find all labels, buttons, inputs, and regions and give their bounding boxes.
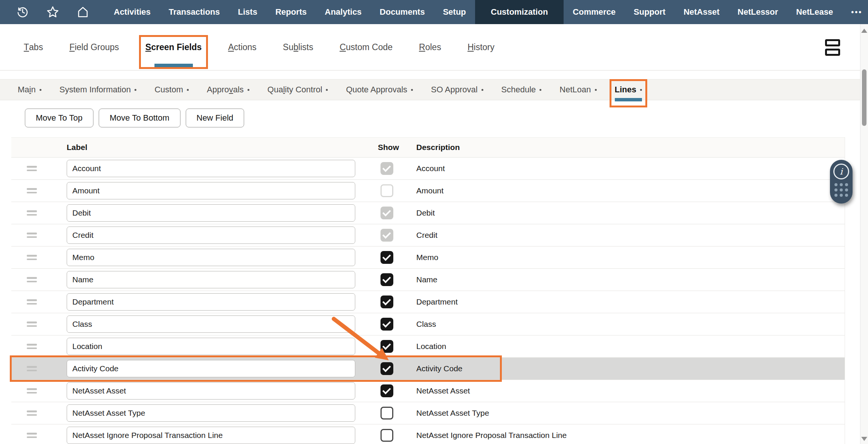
subtab-netloan[interactable]: NetLoan [559, 79, 596, 100]
show-checkbox-location[interactable] [381, 340, 393, 353]
subtab-quote-approvals[interactable]: Quote Approvals [346, 79, 413, 100]
row-drag-handle[interactable] [27, 386, 37, 395]
subtab-schedule[interactable]: Schedule [501, 79, 542, 100]
row-drag-handle[interactable] [27, 364, 37, 373]
label-input-netasset-ignore-proposal-transaction-line[interactable] [67, 427, 355, 444]
row-drag-handle[interactable] [27, 297, 37, 306]
show-checkbox-credit [381, 229, 393, 242]
home-icon[interactable] [76, 5, 90, 19]
scroll-up-icon[interactable] [861, 29, 867, 33]
nav-item-netlease[interactable]: NetLease [787, 0, 842, 24]
subtab-dot-icon [640, 89, 642, 91]
show-checkbox-netasset-asset[interactable] [381, 384, 393, 397]
history-icon[interactable] [16, 5, 29, 19]
nav-icon-group [0, 5, 105, 19]
check-icon [382, 319, 391, 328]
tab-actions[interactable]: Actions [228, 24, 256, 70]
row-drag-handle[interactable] [27, 208, 37, 217]
nav-item-reports[interactable]: Reports [266, 0, 316, 24]
check-icon [382, 164, 391, 172]
row-drag-handle[interactable] [27, 320, 37, 329]
move-to-top-button[interactable]: Move To Top [25, 109, 93, 127]
nav-item-analytics[interactable]: Analytics [316, 0, 371, 24]
move-to-bottom-button[interactable]: Move To Bottom [99, 109, 180, 127]
description-text: Debit [416, 208, 435, 217]
nav-item-lists[interactable]: Lists [229, 0, 266, 24]
nav-item-netlessor[interactable]: NetLessor [729, 0, 787, 24]
nav-item-more-menu[interactable]: ••• [842, 0, 868, 24]
favorites-star-icon[interactable] [46, 5, 60, 19]
subtab-main[interactable]: Main [18, 79, 41, 100]
nav-item-documents[interactable]: Documents [371, 0, 434, 24]
label-input-amount[interactable] [67, 182, 355, 199]
row-drag-handle[interactable] [27, 409, 37, 418]
label-input-debit[interactable] [67, 204, 355, 222]
description-text: Activity Code [416, 364, 463, 373]
nav-item-support[interactable]: Support [625, 0, 674, 24]
subtab-custom[interactable]: Custom [154, 79, 189, 100]
top-navigation-bar: ActivitiesTransactionsListsReportsAnalyt… [0, 0, 868, 24]
label-input-department[interactable] [67, 293, 355, 311]
subtab-system-information[interactable]: System Information [60, 79, 137, 100]
show-checkbox-class[interactable] [381, 318, 393, 331]
show-checkbox-activity-code[interactable] [381, 362, 393, 375]
tab-roles[interactable]: Roles [419, 24, 441, 70]
tab-sublists[interactable]: Sublists [283, 24, 313, 70]
scrollbar[interactable] [860, 24, 868, 444]
description-text: Class [416, 320, 436, 329]
label-input-netasset-asset[interactable] [67, 382, 355, 400]
subtab-so-approval[interactable]: SO Approval [431, 79, 483, 100]
check-icon [382, 275, 391, 283]
show-checkbox-department[interactable] [381, 295, 393, 308]
nav-item-transactions[interactable]: Transactions [160, 0, 229, 24]
row-drag-handle[interactable] [27, 186, 37, 195]
tab-tabs[interactable]: Tabs [24, 24, 43, 70]
row-drag-handle[interactable] [27, 164, 37, 173]
info-icon[interactable]: i [833, 164, 849, 179]
table-row-memo: Memo [11, 246, 845, 269]
assistant-pill[interactable]: i [830, 160, 853, 204]
subtab-quality-control[interactable]: Quality Control [267, 79, 328, 100]
show-checkbox-memo[interactable] [381, 251, 393, 264]
row-drag-handle[interactable] [27, 431, 37, 440]
label-input-memo[interactable] [67, 249, 355, 266]
subtab-lines[interactable]: Lines [615, 79, 642, 100]
subtab-dot-icon [134, 89, 136, 91]
dots-grid-icon[interactable] [834, 183, 848, 197]
scrollbar-thumb[interactable] [862, 69, 866, 126]
description-text: NetAsset Asset [416, 386, 470, 395]
nav-item-commerce[interactable]: Commerce [564, 0, 625, 24]
tab-history[interactable]: History [468, 24, 495, 70]
nav-item-netasset[interactable]: NetAsset [674, 0, 728, 24]
column-header-description: Description [416, 143, 460, 152]
tab-field-groups[interactable]: Field Groups [69, 24, 119, 70]
show-checkbox-name[interactable] [381, 273, 393, 286]
check-icon [382, 341, 391, 350]
new-field-button[interactable]: New Field [186, 109, 245, 127]
row-drag-handle[interactable] [27, 342, 37, 351]
tab-custom-code[interactable]: Custom Code [339, 24, 393, 70]
show-checkbox-netasset-asset-type[interactable] [381, 407, 393, 420]
table-row-debit: Debit [11, 202, 845, 224]
row-drag-handle[interactable] [27, 231, 37, 240]
row-drag-handle[interactable] [27, 275, 37, 284]
label-input-credit[interactable] [67, 227, 355, 244]
row-drag-handle[interactable] [27, 253, 37, 262]
nav-item-setup[interactable]: Setup [434, 0, 475, 24]
list-view-icon[interactable] [825, 39, 840, 56]
subtab-approvals[interactable]: Approvals [207, 79, 249, 100]
label-input-activity-code[interactable] [67, 360, 355, 377]
table-row-name: Name [11, 269, 845, 291]
scroll-down-icon[interactable] [861, 437, 867, 441]
nav-item-activities[interactable]: Activities [105, 0, 160, 24]
label-input-class[interactable] [67, 315, 355, 333]
nav-item-customization[interactable]: Customization [475, 0, 564, 24]
label-input-name[interactable] [67, 271, 355, 288]
show-checkbox-netasset-ignore-proposal-transaction-line[interactable] [381, 429, 393, 442]
subtab-dot-icon [411, 89, 413, 91]
tab-screen-fields[interactable]: Screen Fields [145, 24, 202, 70]
label-input-location[interactable] [67, 338, 355, 355]
label-input-account[interactable] [67, 160, 355, 177]
table-header-row: Label Show Description [11, 137, 845, 158]
label-input-netasset-asset-type[interactable] [67, 404, 355, 422]
